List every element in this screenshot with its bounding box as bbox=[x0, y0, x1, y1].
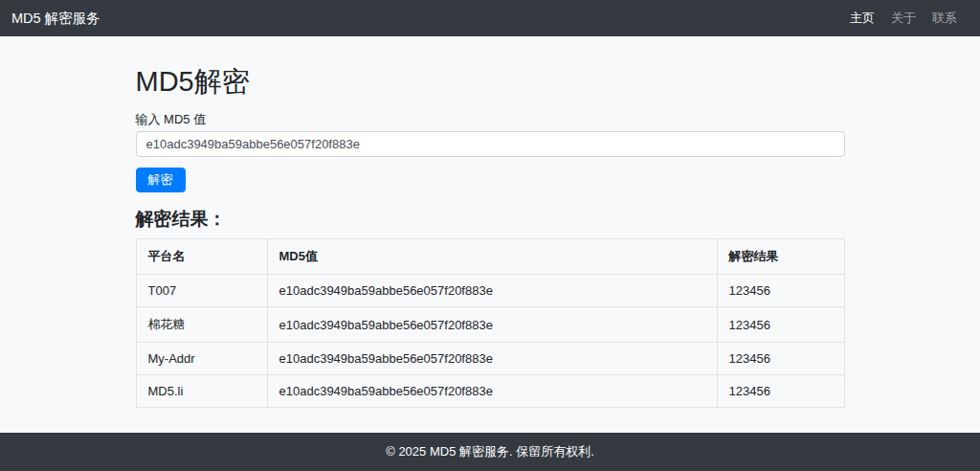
nav-link-contact[interactable]: 联系 bbox=[932, 10, 957, 27]
navbar-brand[interactable]: MD5 解密服务 bbox=[11, 10, 100, 28]
navbar-links: 主页 关于 联系 bbox=[850, 10, 957, 27]
cell-result: 123456 bbox=[717, 307, 844, 343]
cell-md5: e10adc3949ba59abbe56e057f20f883e bbox=[267, 307, 717, 343]
table-header-row: 平台名 MD5值 解密结果 bbox=[136, 239, 844, 275]
table-row: My-Addr e10adc3949ba59abbe56e057f20f883e… bbox=[136, 343, 844, 375]
cell-md5: e10adc3949ba59abbe56e057f20f883e bbox=[267, 275, 717, 307]
table-row: MD5.li e10adc3949ba59abbe56e057f20f883e … bbox=[136, 375, 844, 408]
main-content: MD5解密 输入 MD5 值 解密 解密结果： 平台名 MD5值 解密结果 T0… bbox=[136, 65, 845, 408]
table-row: 棉花糖 e10adc3949ba59abbe56e057f20f883e 123… bbox=[136, 307, 844, 343]
md5-input-label: 输入 MD5 值 bbox=[136, 112, 845, 126]
results-table: 平台名 MD5值 解密结果 T007 e10adc3949ba59abbe56e… bbox=[136, 238, 845, 408]
cell-platform: 棉花糖 bbox=[136, 307, 267, 343]
cell-platform: My-Addr bbox=[136, 343, 267, 375]
table-row: T007 e10adc3949ba59abbe56e057f20f883e 12… bbox=[136, 275, 844, 307]
nav-link-home[interactable]: 主页 bbox=[850, 10, 875, 27]
cell-result: 123456 bbox=[717, 375, 844, 408]
navbar: MD5 解密服务 主页 关于 联系 bbox=[0, 0, 980, 36]
decrypt-button[interactable]: 解密 bbox=[136, 168, 186, 192]
page-title: MD5解密 bbox=[136, 65, 845, 99]
results-heading: 解密结果： bbox=[136, 207, 845, 232]
md5-input[interactable] bbox=[136, 131, 845, 157]
col-header-platform: 平台名 bbox=[136, 239, 267, 275]
cell-platform: MD5.li bbox=[136, 375, 267, 408]
cell-md5: e10adc3949ba59abbe56e057f20f883e bbox=[267, 343, 717, 375]
nav-link-about[interactable]: 关于 bbox=[891, 10, 916, 27]
cell-result: 123456 bbox=[717, 343, 844, 375]
footer-text: © 2025 MD5 解密服务. 保留所有权利. bbox=[386, 443, 594, 460]
cell-platform: T007 bbox=[136, 275, 267, 307]
cell-result: 123456 bbox=[717, 275, 844, 307]
footer: © 2025 MD5 解密服务. 保留所有权利. bbox=[0, 433, 980, 471]
col-header-md5: MD5值 bbox=[267, 239, 717, 275]
col-header-result: 解密结果 bbox=[717, 239, 844, 275]
cell-md5: e10adc3949ba59abbe56e057f20f883e bbox=[267, 375, 717, 408]
